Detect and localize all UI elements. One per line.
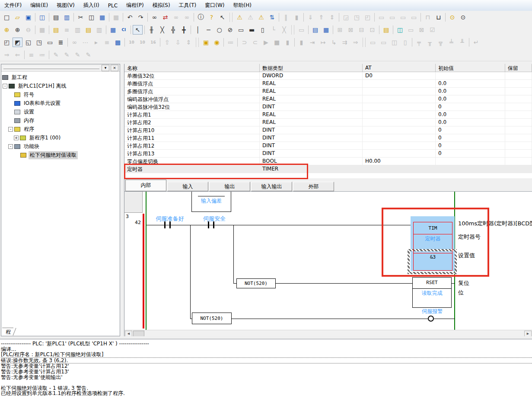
table-cell[interactable] <box>505 88 532 95</box>
tree-item[interactable]: -功能块 <box>1 142 120 151</box>
table-cell[interactable] <box>363 165 436 173</box>
symbol-table-button[interactable]: ▦ <box>108 25 118 35</box>
rset-instruction-block[interactable]: RSET 读取完成 <box>412 277 452 308</box>
table-cell[interactable]: 计算占用12 <box>124 142 260 149</box>
table-cell[interactable] <box>436 165 505 173</box>
output-line[interactable]: 警告:无参考变量'计算占用13' <box>1 369 532 375</box>
fb-library-button[interactable]: ▤ <box>381 25 391 35</box>
table-cell[interactable] <box>363 134 436 142</box>
paste-button[interactable]: ▦ <box>97 13 107 22</box>
table-cell[interactable]: REAL <box>260 119 363 126</box>
table-cell[interactable] <box>505 126 532 134</box>
menu-item[interactable]: 工具(T) <box>175 0 201 11</box>
table-row[interactable]: 计算占用1REAL0.0 <box>124 111 532 119</box>
mnemonic-view-button[interactable]: ◱ <box>23 38 33 47</box>
table-row[interactable]: 编码器脉冲值32位DINT0 <box>124 103 532 111</box>
tree-item[interactable]: -新PLC1[CP1H] 离线 <box>1 82 120 90</box>
table-row[interactable]: 单圈值浮点REAL0.0 <box>124 80 532 88</box>
table-row[interactable]: 计算占用2REAL0.0 <box>124 119 532 126</box>
new-or-contact-button[interactable]: ╬ <box>168 25 178 35</box>
new-window-button[interactable]: ◰ <box>2 38 12 47</box>
table-cell[interactable] <box>363 80 436 87</box>
tree-item[interactable]: 内存 <box>1 116 120 125</box>
output-line[interactable]: 警告:无参考变量'使能输出' <box>1 375 532 380</box>
table-cell[interactable]: 编码器脉冲值浮点 <box>124 95 260 103</box>
page-setup-button[interactable]: ◫ <box>37 13 47 22</box>
tree-item[interactable]: 新工程 <box>1 73 120 82</box>
table-row[interactable]: 单圈值32位DWORDD0 <box>124 72 532 80</box>
output-line[interactable]: [PLC/程序名 : 新PLC1/松下伺服绝对值读取] <box>1 352 532 358</box>
table-row[interactable]: 计算占用12DINT0 <box>124 142 532 150</box>
tree-expander-icon[interactable]: - <box>8 127 13 132</box>
table-cell[interactable]: 多圈值浮点 <box>124 88 260 95</box>
sheet-tab[interactable]: 内部 <box>125 180 166 191</box>
table-cell[interactable]: DINT <box>260 150 363 157</box>
table-cell[interactable]: 计算占用11 <box>124 134 260 142</box>
menu-item[interactable]: 模拟(S) <box>148 0 175 11</box>
output-coil-icon[interactable] <box>428 316 434 322</box>
contact-open-icon[interactable] <box>208 221 209 228</box>
close-icon[interactable]: × <box>111 65 118 71</box>
table-cell[interactable]: 0.0 <box>436 88 505 95</box>
help-topics-button[interactable]: ? <box>207 13 217 22</box>
table-cell[interactable] <box>363 88 436 95</box>
menu-item[interactable]: PLC <box>104 1 122 10</box>
table-cell[interactable]: 0.0 <box>436 119 505 126</box>
table-cell[interactable] <box>436 158 505 165</box>
dock-button[interactable]: ▾ <box>102 65 109 71</box>
insert-section-button[interactable]: ▦ <box>321 25 331 35</box>
context-help-button[interactable]: ↖ <box>217 13 227 22</box>
auto-online-button[interactable]: ⇅ <box>267 13 277 22</box>
table-cell[interactable]: 0.0 <box>436 95 505 103</box>
output-line[interactable]: ---------------- PLC: '新PLC1' (PLC机型 'CP… <box>1 341 532 347</box>
table-cell[interactable] <box>363 150 436 157</box>
about-button[interactable]: ⓘ <box>196 13 206 22</box>
scroll-right-icon[interactable]: ▶ <box>524 331 532 336</box>
table-cell[interactable]: H0.00 <box>363 158 436 165</box>
table-cell[interactable]: 0 <box>436 126 505 134</box>
table-cell[interactable] <box>505 72 532 79</box>
column-header[interactable]: 初始值 <box>436 64 505 72</box>
properties-button[interactable]: ≣ <box>56 38 66 47</box>
tree-item[interactable]: 符号 <box>1 90 120 99</box>
sheet-tab[interactable]: 输出 <box>209 182 250 191</box>
table-cell[interactable]: D0 <box>363 72 436 79</box>
table-cell[interactable]: REAL <box>260 80 363 87</box>
table-row[interactable]: 计算占用11DINT0 <box>124 134 532 142</box>
table-cell[interactable] <box>505 150 532 157</box>
new-or-closed-contact-button[interactable]: ╋ <box>179 25 189 35</box>
table-cell[interactable]: 计算占用10 <box>124 126 260 134</box>
table-cell[interactable] <box>363 119 436 126</box>
new-contact-button[interactable]: ╫ <box>147 25 156 35</box>
column-header[interactable]: 名称 <box>124 64 260 72</box>
table-cell[interactable] <box>505 95 532 103</box>
ladder-h-scrollbar[interactable]: ◀ ▶ <box>124 330 532 336</box>
table-cell[interactable] <box>505 111 532 118</box>
table-cell[interactable]: DINT <box>260 103 363 111</box>
output-line[interactable] <box>1 380 532 385</box>
menu-item[interactable]: 编辑(E) <box>26 0 52 11</box>
print-button[interactable]: ▤ <box>51 13 61 22</box>
menu-item[interactable]: 文件(F) <box>0 0 26 11</box>
cut-button[interactable]: ✂ <box>76 13 86 22</box>
contact-open-icon[interactable] <box>213 221 214 228</box>
table-cell[interactable]: 0.0 <box>436 111 505 118</box>
menu-item[interactable]: 窗口(W) <box>201 0 229 11</box>
table-cell[interactable]: 0 <box>436 134 505 142</box>
table-cell[interactable] <box>505 103 532 111</box>
fb-instance-button[interactable]: ◫ <box>395 25 405 35</box>
show-symbol-bar-button[interactable]: ▤ <box>83 25 93 35</box>
open-project-button[interactable]: ▱ <box>13 13 22 22</box>
new-coil-button[interactable]: ○ <box>214 25 224 35</box>
release-password-button[interactable]: ⊙ <box>458 13 468 22</box>
data-types-button[interactable]: CI <box>119 25 129 35</box>
tree-expander-icon[interactable]: - <box>3 84 7 88</box>
sfc-view-button[interactable]: ◳ <box>34 38 44 47</box>
table-cell[interactable]: DINT <box>260 134 363 142</box>
table-cell[interactable]: 0 <box>436 103 505 111</box>
new-closed-coil-button[interactable]: ⊘ <box>225 25 235 35</box>
new-instruction-button[interactable]: ▭ <box>236 25 246 35</box>
table-row[interactable]: 编码器脉冲值浮点REAL0.0 <box>124 95 532 103</box>
table-cell[interactable]: 编码器脉冲值32位 <box>124 103 260 111</box>
menu-item[interactable]: 编程(P) <box>122 0 148 11</box>
